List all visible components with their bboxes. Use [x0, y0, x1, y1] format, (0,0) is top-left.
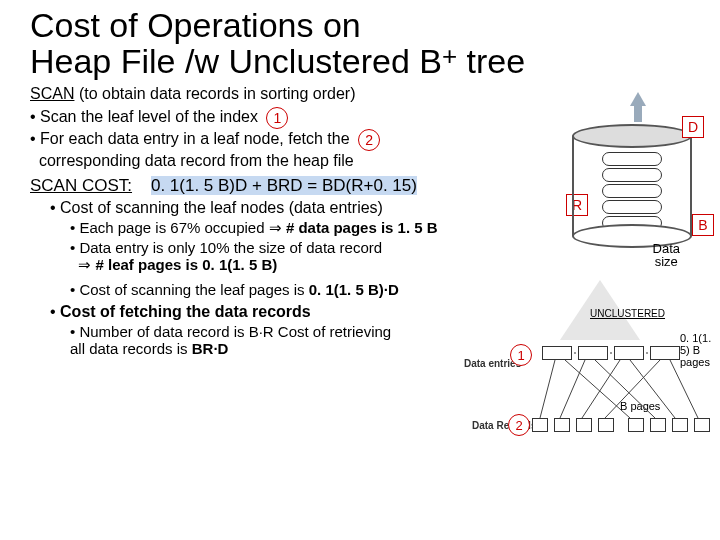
- svg-line-2: [560, 360, 585, 418]
- svg-line-1: [565, 360, 630, 418]
- svg-line-7: [670, 360, 698, 418]
- title-line2b: tree: [467, 42, 526, 80]
- scan-bullets: • Scan the leaf level of the index 1 • F…: [0, 105, 480, 174]
- page-row: [602, 168, 662, 182]
- connector-lines: [470, 280, 720, 450]
- page-row: [602, 152, 662, 166]
- fetch-text: Cost of fetching the data records: [60, 303, 311, 320]
- sub1d-bold: 0. 1(1. 5 B)·D: [309, 281, 399, 298]
- svg-line-6: [605, 360, 660, 418]
- badge-B: B: [692, 214, 714, 236]
- scan-heading: SCAN: [30, 85, 74, 102]
- data-size-label: Data size: [653, 242, 680, 268]
- slide-title: Cost of Operations on Heap File /w Unclu…: [0, 0, 720, 83]
- subf-text: Number of data record is B·R Cost of ret…: [70, 323, 391, 357]
- badge-D: D: [682, 116, 704, 138]
- sub1a-text: Each page is 67% occupied: [79, 219, 268, 236]
- sub-fetch-detail: • Number of data record is B·R Cost of r…: [0, 322, 430, 358]
- badge-1: 1: [266, 107, 288, 129]
- sub1d-text: Cost of scanning the leaf pages is: [79, 281, 308, 298]
- scan-paren: (to obtain data records in sorting order…: [74, 85, 355, 102]
- subf-bold: BR·D: [192, 340, 229, 357]
- scan-cost-formula: 0. 1(1. 5 B)D + BRD = BD(R+0. 15): [151, 176, 417, 195]
- scan-cost-label: SCAN COST:: [30, 176, 132, 195]
- cost-line1: Cost of scanning the leaf nodes (data en…: [60, 199, 383, 216]
- bullet-2a: For each data entry in a leaf node, fetc…: [40, 131, 350, 148]
- sub1a-bold: # data pages is 1. 5 B: [282, 219, 438, 236]
- sub1b-text: Data entry is only 10% the size of data …: [79, 239, 382, 256]
- cylinder-body: [572, 136, 692, 236]
- sub1c-bold: # leaf pages is 0. 1(1. 5 B): [91, 256, 277, 273]
- svg-line-0: [540, 360, 555, 418]
- implies-2: ⇒: [78, 256, 91, 273]
- page-row: [602, 200, 662, 214]
- arrow-stem: [634, 104, 642, 122]
- bullet-1-text: Scan the leaf level of the index: [40, 109, 258, 126]
- bullet-2b: corresponding data record from the heap …: [39, 152, 354, 169]
- implies-1: ⇒: [269, 219, 282, 236]
- data-size-text: Data size: [653, 241, 680, 269]
- svg-line-3: [595, 360, 655, 418]
- svg-line-5: [630, 360, 675, 418]
- badge-2: 2: [358, 129, 380, 151]
- title-line1: Cost of Operations on: [30, 6, 361, 44]
- title-line2a: Heap File /w Unclustered B: [30, 42, 442, 80]
- title-sup: +: [442, 41, 457, 71]
- svg-line-4: [582, 360, 620, 418]
- page-row: [602, 184, 662, 198]
- scan-heading-line: SCAN (to obtain data records in sorting …: [0, 83, 720, 105]
